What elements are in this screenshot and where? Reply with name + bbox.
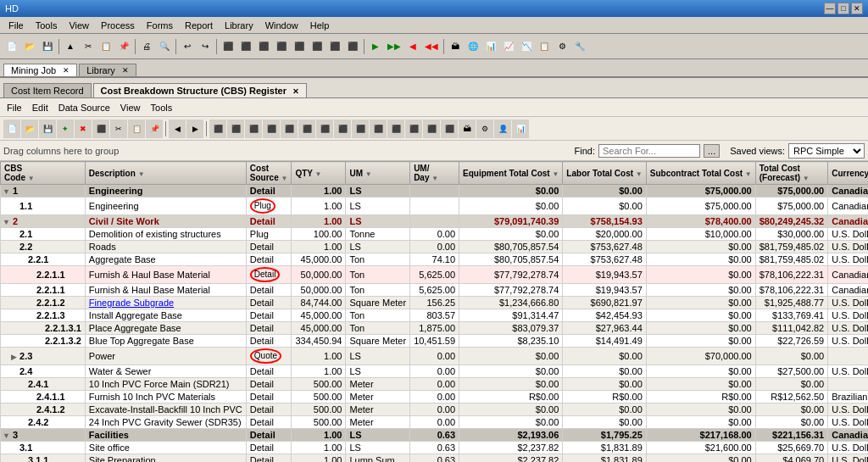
tb-cut[interactable]: ✂	[80, 37, 97, 56]
tb-red1[interactable]: ◀	[404, 37, 421, 56]
tb-icon6[interactable]: 📋	[536, 37, 553, 56]
tb-b3[interactable]: ⬛	[255, 37, 272, 56]
stb-b26[interactable]: 🏔	[459, 120, 476, 138]
table-row[interactable]: 2.2.1.1 Furnish & Haul Base Material Det…	[1, 284, 869, 297]
tb-save[interactable]: 💾	[39, 37, 56, 56]
tb-print[interactable]: 🖨	[138, 37, 155, 56]
tb-green1[interactable]: ▶	[367, 37, 384, 56]
sub-menu-datasource[interactable]: Data Source	[55, 102, 114, 114]
expand-icon[interactable]: ▼	[3, 187, 10, 196]
tb-b7[interactable]: ⬛	[326, 37, 343, 56]
stb-b15[interactable]: ⬛	[263, 120, 280, 138]
menu-forms[interactable]: Forms	[142, 19, 178, 32]
table-row[interactable]: 2.2 Roads Detail 1.00 LS 0.00 $80,705,85…	[1, 241, 869, 253]
tb-icon7[interactable]: ⚙	[554, 37, 570, 56]
tb-icon4[interactable]: 📈	[500, 37, 517, 56]
stb-b9[interactable]: 📌	[146, 120, 163, 138]
tab-mining-job-close[interactable]: ✕	[63, 66, 70, 75]
stb-b24[interactable]: ⬛	[423, 120, 440, 138]
desc-link[interactable]: Finegrade Subgrade	[89, 298, 174, 308]
menu-report[interactable]: Report	[180, 19, 218, 32]
tb-b5[interactable]: ⬛	[291, 37, 308, 56]
tb-b2[interactable]: ⬛	[237, 37, 254, 56]
stb-b22[interactable]: ⬛	[387, 120, 404, 138]
table-row[interactable]: 2.1 Demolition of existing structures Pl…	[1, 228, 869, 241]
table-row[interactable]: 2.2.1.3 Install Aggregate Base Detail 45…	[1, 309, 869, 322]
menu-process[interactable]: Process	[96, 19, 140, 32]
stb-b4[interactable]: ✦	[57, 120, 74, 138]
minimize-button[interactable]: —	[824, 3, 836, 14]
tab-library-close[interactable]: ✕	[122, 66, 129, 75]
stb-b20[interactable]: ⬛	[352, 120, 369, 138]
expand-icon[interactable]: ▼	[3, 218, 10, 226]
tb-undo[interactable]: ↩	[179, 37, 196, 56]
col-header-labor[interactable]: Labor Total Cost ▼	[563, 162, 646, 185]
stb-b6[interactable]: ⬛	[92, 120, 109, 138]
col-header-currency[interactable]: Currency ▼	[828, 162, 868, 185]
table-row[interactable]: ▶ 2.3 Power Quote 1.00 LS 0.00 $0.00 $0.…	[1, 348, 869, 365]
stb-b14[interactable]: ⬛	[245, 120, 262, 138]
tb-red2[interactable]: ◀◀	[422, 37, 441, 56]
tb-icon3[interactable]: 📊	[482, 37, 499, 56]
sub-tab-cbs-close[interactable]: ✕	[292, 87, 299, 96]
sub-menu-tools[interactable]: Tools	[147, 102, 176, 114]
table-row[interactable]: 2.2.1.2 Finegrade Subgrade Detail 84,744…	[1, 297, 869, 309]
saved-views-select[interactable]: RPC Simple	[788, 143, 865, 159]
tab-mining-job[interactable]: Mining Job ✕	[3, 64, 77, 76]
col-header-equip[interactable]: Equipment Total Cost ▼	[459, 162, 563, 185]
tab-library[interactable]: Library ✕	[79, 64, 136, 76]
table-row[interactable]: 2.2.1 Aggregate Base Detail 45,000.00 To…	[1, 253, 869, 266]
table-row[interactable]: 2.4 Water & Sewer Detail 1.00 LS 0.00 $0…	[1, 365, 869, 378]
stb-b1[interactable]: 📄	[3, 120, 20, 138]
col-header-cbs[interactable]: CBSCode ▼	[1, 162, 86, 185]
sub-menu-file[interactable]: File	[3, 102, 25, 114]
table-row[interactable]: 2.4.1.1 Furnish 10 Inch PVC Materials De…	[1, 391, 869, 404]
table-row[interactable]: 2.2.1.3.2 Blue Top Aggregate Base Detail…	[1, 335, 869, 348]
tb-redo[interactable]: ↪	[197, 37, 214, 56]
tb-new[interactable]: 📄	[3, 37, 20, 56]
col-header-qty[interactable]: QTY ▼	[292, 162, 346, 185]
tb-icon8[interactable]: 🔧	[571, 37, 588, 56]
find-button[interactable]: ...	[704, 144, 720, 158]
col-header-total[interactable]: Total Cost(Forecast) ▼	[755, 162, 827, 185]
tb-icon2[interactable]: 🌐	[465, 37, 481, 56]
stb-b7[interactable]: ✂	[110, 120, 127, 138]
table-row[interactable]: ▼ 3 Facilities Detail 1.00 LS 0.63 $2,19…	[1, 429, 869, 442]
sub-tab-cbs[interactable]: Cost Breakdown Structure (CBS) Register …	[93, 83, 308, 97]
tb-copy[interactable]: 📋	[97, 37, 114, 56]
menu-tools[interactable]: Tools	[31, 19, 63, 32]
maximize-button[interactable]: □	[837, 3, 849, 14]
stb-b17[interactable]: ⬛	[298, 120, 315, 138]
stb-b25[interactable]: ⬛	[441, 120, 458, 138]
stb-b5[interactable]: ✖	[75, 120, 92, 138]
tb-b6[interactable]: ⬛	[309, 37, 326, 56]
menu-view[interactable]: View	[64, 19, 94, 32]
stb-b2[interactable]: 📂	[21, 120, 38, 138]
stb-b8[interactable]: 📋	[128, 120, 145, 138]
stb-b21[interactable]: ⬛	[370, 120, 387, 138]
table-row[interactable]: 2.4.1 10 Inch PVC Force Main (SDR21) Det…	[1, 378, 869, 391]
stb-b23[interactable]: ⬛	[405, 120, 422, 138]
table-row[interactable]: 2.4.1.2 Excavate-Install-Backfill 10 Inc…	[1, 404, 869, 416]
col-header-source[interactable]: CostSource ▼	[246, 162, 292, 185]
tb-icon5[interactable]: 📉	[518, 37, 535, 56]
tb-triangle[interactable]: ▲	[62, 37, 79, 56]
col-header-umday[interactable]: UM/Day ▼	[410, 162, 459, 185]
tb-b8[interactable]: ⬛	[344, 37, 361, 56]
tb-b4[interactable]: ⬛	[273, 37, 290, 56]
table-row[interactable]: 3.1 Site office Detail 1.00 LS 0.63 $2,2…	[1, 442, 869, 454]
tb-green2[interactable]: ▶▶	[385, 37, 403, 56]
col-header-sub[interactable]: Subcontract Total Cost ▼	[646, 162, 755, 185]
stb-b18[interactable]: ⬛	[316, 120, 333, 138]
table-row[interactable]: 2.2.1.3.1 Place Aggregate Base Detail 45…	[1, 322, 869, 335]
stb-b3[interactable]: 💾	[39, 120, 56, 138]
table-row[interactable]: 1.1 Engineering Plug 1.00 LS $0.00 $0.00…	[1, 198, 869, 215]
stb-b10[interactable]: ◀	[169, 120, 186, 138]
expand-icon[interactable]: ▼	[3, 431, 10, 440]
menu-file[interactable]: File	[3, 19, 29, 32]
tb-icon1[interactable]: 🏔	[447, 37, 464, 56]
stb-b19[interactable]: ⬛	[334, 120, 351, 138]
table-row[interactable]: 2.4.2 24 Inch PVC Gravity Sewer (SDR35) …	[1, 416, 869, 429]
tb-b1[interactable]: ⬛	[220, 37, 236, 56]
sub-tab-cost-item[interactable]: Cost Item Record	[3, 83, 92, 97]
